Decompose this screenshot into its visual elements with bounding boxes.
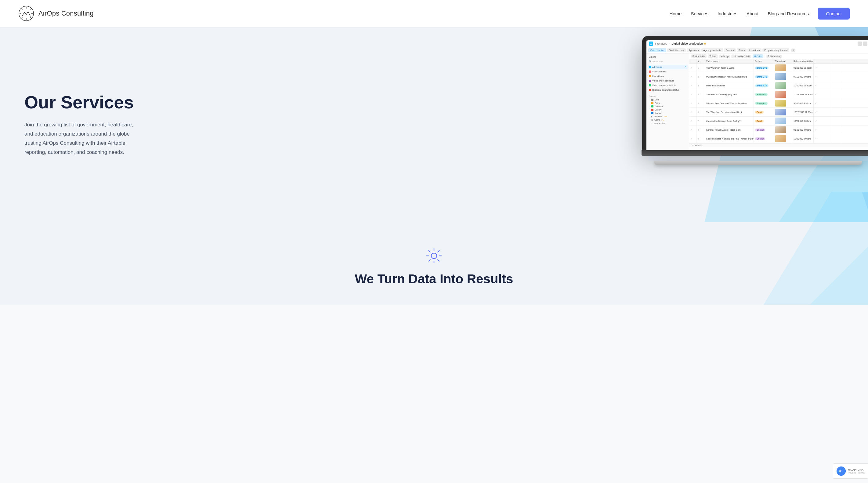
at-cell-expand2[interactable]: ⤢ bbox=[814, 90, 832, 99]
at-cell-thumb bbox=[774, 63, 792, 72]
at-cell-name: Kenting, Taiwan: Asia's Hidden Gem bbox=[705, 125, 754, 134]
laptop-screen: A Interfaces › Digital video production … bbox=[646, 40, 868, 150]
at-cell-expand[interactable]: ⤢ bbox=[689, 108, 696, 116]
at-sidebar-gantt[interactable]: ▦ Gantt Pro bbox=[648, 118, 688, 122]
at-btn-share-view[interactable]: ⤴ Share view bbox=[766, 55, 782, 58]
logo-area[interactable]: AirOps Consulting bbox=[18, 5, 94, 21]
svg-line-5 bbox=[21, 8, 23, 10]
at-cell-more bbox=[832, 125, 841, 134]
at-cell-expand2[interactable]: ⤢ bbox=[814, 99, 832, 108]
at-cell-badge: Education bbox=[754, 90, 774, 99]
at-cell-thumb bbox=[774, 72, 792, 81]
at-cell-expand[interactable]: ⤢ bbox=[689, 117, 696, 125]
at-sidebar-timeline[interactable]: ▶ Timeline Pro bbox=[648, 115, 688, 118]
at-cell-expand[interactable]: ⤢ bbox=[689, 90, 696, 99]
nav-services[interactable]: Services bbox=[691, 11, 708, 16]
at-tab-props[interactable]: Props and equipment bbox=[763, 48, 789, 52]
at-cell-expand[interactable]: ⤢ bbox=[689, 99, 696, 108]
at-tab-video-tracker[interactable]: Video tracker bbox=[648, 48, 666, 52]
at-btn-hide-fields[interactable]: ⊟ Hide fields bbox=[691, 54, 707, 58]
at-tabbar: Video tracker Staff directory Agencies A… bbox=[646, 47, 868, 54]
table-row[interactable]: ⤢ 4 The Best Surf Photography Gear Educa… bbox=[689, 90, 868, 99]
at-cell-num: 4 bbox=[696, 90, 705, 99]
table-row[interactable]: ⤢ 7 #wipeoutwednesday: Gone Surfing? Eve… bbox=[689, 117, 868, 125]
at-cell-name: #wipeoutwednesday: Gone Surfing? bbox=[705, 117, 754, 125]
at-btn-color[interactable]: ◉ Color bbox=[753, 54, 763, 58]
table-row[interactable]: ⤢ 2 #wipeoutwednesday: Almost, But Not Q… bbox=[689, 72, 868, 81]
at-cell-num: 6 bbox=[696, 108, 705, 116]
at-tab-scenes[interactable]: Scenes bbox=[724, 48, 736, 52]
at-cell-name: The Waveform Pro International 2019 bbox=[705, 108, 754, 116]
table-row[interactable]: ⤢ 9 Skeleton Coast, Namibia: the Final F… bbox=[689, 134, 868, 143]
at-cell-expand2[interactable]: ⤢ bbox=[814, 117, 832, 125]
airtable-interface: A Interfaces › Digital video production … bbox=[646, 40, 868, 150]
nav-industries[interactable]: Industries bbox=[717, 11, 737, 16]
table-row[interactable]: ⤢ 1 The Waveform Team at Work Brand BTS … bbox=[689, 63, 868, 72]
at-body: VIEWS 🔍 Find a view All videos ✓ bbox=[646, 54, 868, 150]
at-cell-more bbox=[832, 90, 841, 99]
at-btn-group[interactable]: ≡ Group bbox=[719, 55, 730, 58]
at-view-release-schedule[interactable]: Video release schedule bbox=[648, 83, 688, 88]
thumbnail bbox=[775, 91, 786, 98]
at-cell-name: Skeleton Coast, Namibia: the Final Front… bbox=[705, 134, 754, 143]
at-btn-filter[interactable]: ⊤ Filter bbox=[708, 54, 718, 58]
at-cell-expand2[interactable]: ⤢ bbox=[814, 108, 832, 116]
at-view-status-tracker[interactable]: Status tracker bbox=[648, 69, 688, 74]
at-tab-staff-directory[interactable]: Staff directory bbox=[667, 48, 686, 52]
at-sidebar-new-section[interactable]: + New section bbox=[648, 122, 688, 125]
at-add-tab[interactable]: + bbox=[792, 49, 795, 52]
svg-point-15 bbox=[431, 253, 437, 259]
at-sidebar-calendar[interactable]: Calendar bbox=[648, 105, 688, 108]
at-cell-expand2[interactable]: ⤢ bbox=[814, 81, 832, 90]
laptop-foot bbox=[654, 161, 862, 165]
table-row[interactable]: ⤢ 8 Kenting, Taiwan: Asia's Hidden Gem O… bbox=[689, 125, 868, 134]
at-cell-expand[interactable]: ⤢ bbox=[689, 134, 696, 143]
at-cell-expand[interactable]: ⤢ bbox=[689, 81, 696, 90]
at-tab-shots[interactable]: Shots bbox=[737, 48, 747, 52]
at-sidebar-grid[interactable]: Grid bbox=[648, 98, 688, 101]
thumbnail bbox=[775, 109, 786, 115]
table-row[interactable]: ⤢ 6 The Waveform Pro International 2019 … bbox=[689, 108, 868, 117]
at-view-live-videos[interactable]: Live videos bbox=[648, 74, 688, 79]
at-cell-expand[interactable]: ⤢ bbox=[689, 63, 696, 72]
at-cell-name: #wipeoutwednesday: Almost, But Not Quite bbox=[705, 72, 754, 81]
thumbnail bbox=[775, 82, 786, 89]
at-tab-agencies[interactable]: Agencies bbox=[687, 48, 701, 52]
at-sidebar-form[interactable]: Form bbox=[648, 101, 688, 105]
at-cell-date: 10/28/2019 11:30am bbox=[792, 90, 814, 99]
at-toolbar2: ⊟ Hide fields ⊤ Filter ≡ Group bbox=[689, 54, 868, 59]
at-cell-expand2[interactable]: ⤢ bbox=[814, 72, 832, 81]
nav-home[interactable]: Home bbox=[669, 11, 682, 16]
table-row[interactable]: ⤢ 3 Meet the SurfDrone Brand BTS 10/4/20… bbox=[689, 81, 868, 90]
at-cell-more bbox=[832, 99, 841, 108]
laptop-outer: A Interfaces › Digital video production … bbox=[642, 36, 868, 150]
at-btn-sort[interactable]: ↕ Sorted by 1 field bbox=[731, 55, 751, 58]
at-tab-locations[interactable]: Locations bbox=[747, 48, 762, 52]
at-cell-expand[interactable]: ⤢ bbox=[689, 72, 696, 81]
at-sidebar-kanban[interactable]: Kanban bbox=[648, 112, 688, 115]
at-cell-expand2[interactable]: ⤢ bbox=[814, 125, 832, 134]
at-cell-num: 5 bbox=[696, 99, 705, 108]
thumbnail bbox=[775, 118, 786, 124]
at-view-rights[interactable]: Rights & clearances status bbox=[648, 88, 688, 92]
nav-about[interactable]: About bbox=[747, 11, 758, 16]
at-view-shoot-schedule[interactable]: Video shoot schedule bbox=[648, 79, 688, 83]
at-grid: # Video name Series Thumbnail Release da… bbox=[689, 59, 868, 150]
lower-title: We Turn Data Into Results bbox=[18, 272, 850, 286]
at-cell-expand2[interactable]: ⤢ bbox=[814, 134, 832, 143]
at-cell-expand2[interactable]: ⤢ bbox=[814, 63, 832, 72]
contact-button[interactable]: Contact bbox=[818, 8, 850, 20]
at-sidebar-gallery[interactable]: Gallery bbox=[648, 108, 688, 112]
at-search-row[interactable]: 🔍 Find a view bbox=[648, 59, 688, 63]
at-cell-date: 10/2/2019 9:00am bbox=[792, 117, 814, 125]
svg-line-8 bbox=[21, 18, 23, 19]
at-cell-num: 1 bbox=[696, 63, 705, 72]
at-cell-expand[interactable]: ⤢ bbox=[689, 125, 696, 134]
nav-blog[interactable]: Blog and Resources bbox=[768, 11, 809, 16]
at-view-all-videos[interactable]: All videos ✓ bbox=[648, 65, 688, 69]
at-cell-num: 7 bbox=[696, 117, 705, 125]
at-tab-agency-contacts[interactable]: Agency contacts bbox=[701, 48, 723, 52]
table-row[interactable]: ⤢ 5 When to Rent Gear and When to Buy Ge… bbox=[689, 99, 868, 108]
svg-line-23 bbox=[429, 260, 430, 261]
svg-line-6 bbox=[30, 18, 32, 19]
